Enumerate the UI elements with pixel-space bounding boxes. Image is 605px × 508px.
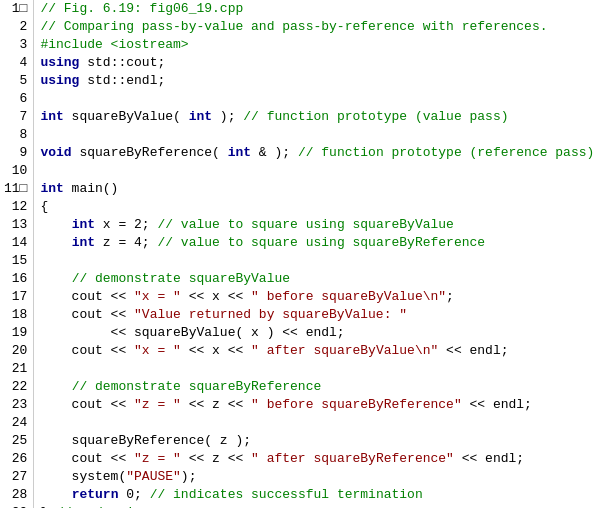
line-number: 7 [4,108,29,126]
code-line: // demonstrate squareByValue [40,270,605,288]
line-number: 8 [4,126,29,144]
code-line [40,162,605,180]
code-line: // Fig. 6.19: fig06_19.cpp [40,0,605,18]
code-line: // Comparing pass-by-value and pass-by-r… [40,18,605,36]
code-line: system("PAUSE"); [40,468,605,486]
line-number: 24 [4,414,29,432]
code-line: { [40,198,605,216]
line-number: 9 [4,144,29,162]
code-line: int main() [40,180,605,198]
line-number: 21 [4,360,29,378]
line-number: 15 [4,252,29,270]
code-line: int z = 4; // value to square using squa… [40,234,605,252]
line-number: 13 [4,216,29,234]
line-number: 27 [4,468,29,486]
line-number: 10 [4,162,29,180]
code-line: #include <iostream> [40,36,605,54]
line-number: 11□ [4,180,29,198]
line-numbers: 1□234567891011□1213141516171819202122232… [0,0,34,508]
code-line: void squareByReference( int & ); // func… [40,144,605,162]
code-line: int squareByValue( int ); // function pr… [40,108,605,126]
line-number: 3 [4,36,29,54]
code-line: cout << "x = " << x << " before squareBy… [40,288,605,306]
code-line: using std::endl; [40,72,605,90]
code-line: cout << "z = " << z << " after squareByR… [40,450,605,468]
code-line [40,252,605,270]
code-line: // demonstrate squareByReference [40,378,605,396]
code-line [40,414,605,432]
line-number: 28 [4,486,29,504]
code-container: 1□234567891011□1213141516171819202122232… [0,0,605,508]
code-line: return 0; // indicates successful termin… [40,486,605,504]
line-number: 18 [4,306,29,324]
code-line: cout << "Value returned by squareByValue… [40,306,605,324]
code-line: << squareByValue( x ) << endl; [40,324,605,342]
line-number: 26 [4,450,29,468]
line-number: 20 [4,342,29,360]
code-line: cout << "x = " << x << " after squareByV… [40,342,605,360]
line-number: 12 [4,198,29,216]
code-line [40,90,605,108]
code-line: int x = 2; // value to square using squa… [40,216,605,234]
line-number: 5 [4,72,29,90]
line-number: 19 [4,324,29,342]
code-line [40,126,605,144]
line-number: 25 [4,432,29,450]
line-number: 23 [4,396,29,414]
line-number: 22 [4,378,29,396]
line-number: 1□ [4,0,29,18]
line-number: 4 [4,54,29,72]
line-number: 16 [4,270,29,288]
line-number: 14 [4,234,29,252]
line-number: 29 [4,504,29,508]
line-number: 2 [4,18,29,36]
code-line [40,360,605,378]
code-line: cout << "z = " << z << " before squareBy… [40,396,605,414]
code-area: // Fig. 6.19: fig06_19.cpp// Comparing p… [34,0,605,508]
code-line: using std::cout; [40,54,605,72]
code-line: squareByReference( z ); [40,432,605,450]
line-number: 6 [4,90,29,108]
code-line: } // end main [40,504,605,508]
line-number: 17 [4,288,29,306]
